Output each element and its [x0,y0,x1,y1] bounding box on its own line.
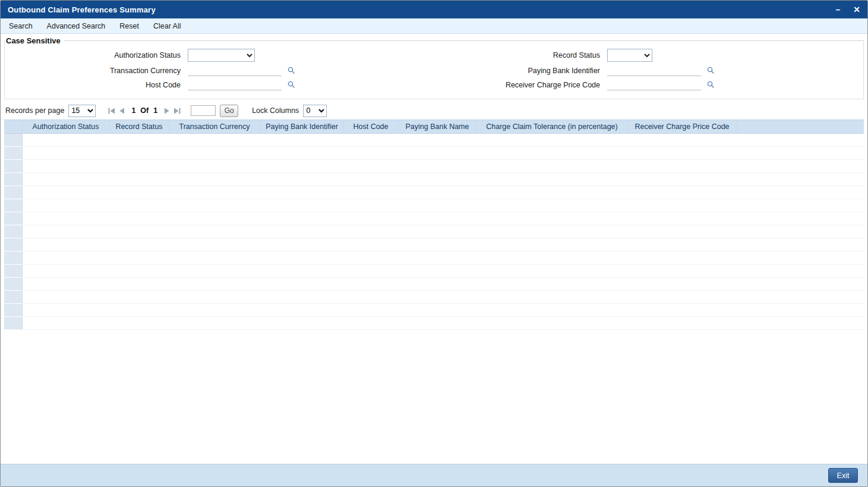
table-cell [109,160,169,173]
page-indicator: 1 Of 1 [131,106,157,115]
authorization-status-select[interactable] [188,49,255,62]
table-row[interactable] [4,199,864,212]
table-row[interactable] [4,173,864,186]
column-header-host-code[interactable]: Host Code [343,120,398,134]
table-cell [260,304,343,317]
table-cell [627,199,737,212]
table-row[interactable] [4,252,864,265]
column-header-paying-bank-identifier[interactable]: Paying Bank Identifier [260,120,343,134]
table-row[interactable] [4,317,864,330]
table-cell [737,265,864,278]
table-cell [22,212,109,225]
magnifier-icon [707,67,715,74]
transaction-currency-lov-button[interactable] [288,67,295,74]
record-status-select[interactable] [607,49,652,62]
close-icon[interactable]: ✕ [853,5,860,14]
column-header-paying-bank-name[interactable]: Paying Bank Name [398,120,476,134]
table-cell [22,160,109,173]
table-cell [343,134,398,147]
row-selector-cell[interactable] [4,134,22,147]
main-content: Case Sensitive Authorization Status Reco… [1,34,867,464]
table-cell [476,304,627,317]
first-page-button[interactable] [108,108,115,114]
transaction-currency-label: Transaction Currency [5,67,188,75]
table-cell [398,317,476,330]
table-row[interactable] [4,238,864,252]
table-cell [22,186,109,199]
table-cell [476,291,627,304]
column-header-record-status[interactable]: Record Status [109,120,169,134]
table-cell [398,199,476,212]
transaction-currency-input[interactable] [188,65,282,76]
row-selector-cell[interactable] [4,265,22,278]
row-selector-cell[interactable] [4,147,22,160]
table-cell [22,199,109,212]
table-row[interactable] [4,278,864,291]
table-cell [169,173,260,186]
paying-bank-identifier-input[interactable] [607,65,701,76]
table-cell [476,212,627,225]
column-header-transaction-currency[interactable]: Transaction Currency [169,120,260,134]
advanced-search-button[interactable]: Advanced Search [47,22,106,30]
row-selector-cell[interactable] [4,238,22,252]
table-row[interactable] [4,304,864,317]
table-cell [737,252,864,265]
minimize-icon[interactable]: – [835,5,840,14]
table-row[interactable] [4,147,864,160]
column-header-authorization-status[interactable]: Authorization Status [22,120,109,134]
row-selector-cell[interactable] [4,278,22,291]
last-page-button[interactable] [173,108,181,114]
search-button[interactable]: Search [9,22,33,30]
reset-button[interactable]: Reset [119,22,139,30]
table-cell [737,199,864,212]
column-header-charge-claim-tolerance[interactable]: Charge Claim Tolerance (in percentage) [476,120,627,134]
lock-columns-select[interactable]: 0 [303,105,327,117]
table-cell [22,173,109,186]
table-cell [343,304,398,317]
host-code-input[interactable] [188,79,282,90]
exit-button[interactable]: Exit [828,468,858,483]
table-cell [476,252,627,265]
next-page-icon [164,108,169,114]
table-cell [169,291,260,304]
go-button[interactable]: Go [220,105,238,117]
receiver-charge-price-code-input[interactable] [607,79,701,90]
row-selector-cell[interactable] [4,304,22,317]
host-code-label: Host Code [5,81,188,89]
row-selector-cell[interactable] [4,160,22,173]
table-row[interactable] [4,225,864,238]
next-page-button[interactable] [164,108,169,114]
table-cell [476,265,627,278]
row-selector-cell[interactable] [4,199,22,212]
row-selector-cell[interactable] [4,291,22,304]
table-row[interactable] [4,212,864,225]
table-cell [260,225,343,238]
goto-page-input[interactable] [191,105,216,116]
last-page-icon [173,108,181,114]
row-selector-cell[interactable] [4,173,22,186]
table-cell [398,173,476,186]
table-row[interactable] [4,265,864,278]
row-selector-cell[interactable] [4,252,22,265]
table-row[interactable] [4,134,864,147]
table-cell [109,134,169,147]
records-per-page-label: Records per page [5,106,64,115]
row-selector-cell[interactable] [4,225,22,238]
clear-all-button[interactable]: Clear All [153,22,181,30]
records-per-page-select[interactable]: 15 [68,105,96,117]
previous-page-button[interactable] [119,108,125,114]
table-cell [343,278,398,291]
table-row[interactable] [4,160,864,173]
row-selector-cell[interactable] [4,186,22,199]
row-selector-cell[interactable] [4,317,22,330]
column-header-receiver-charge-price-code[interactable]: Receiver Charge Price Code [627,120,737,134]
table-cell [627,173,737,186]
table-row[interactable] [4,186,864,199]
receiver-charge-price-code-lov-button[interactable] [707,81,715,89]
magnifier-icon [288,81,295,89]
table-row[interactable] [4,291,864,304]
host-code-lov-button[interactable] [288,81,295,89]
row-selector-cell[interactable] [4,212,22,225]
paying-bank-identifier-lov-button[interactable] [707,67,715,74]
table-cell [169,238,260,252]
